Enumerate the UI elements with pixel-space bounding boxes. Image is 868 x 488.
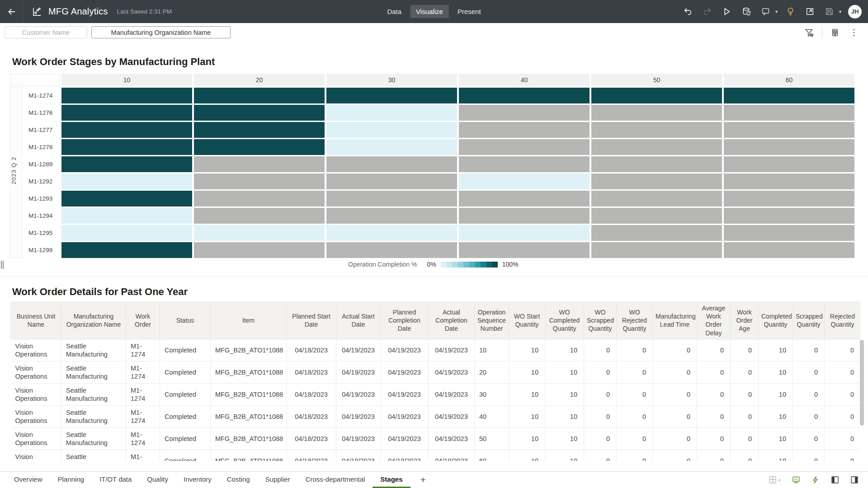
heatmap-cell[interactable] [61, 156, 192, 172]
heatmap-cell[interactable] [326, 208, 457, 224]
redo-icon[interactable] [701, 5, 714, 18]
mode-tab-visualize[interactable]: Visualize [410, 5, 449, 18]
heatmap-cell[interactable] [459, 191, 590, 206]
heatmap-cell[interactable] [61, 105, 192, 121]
column-header[interactable]: Business Unit Name [11, 302, 61, 339]
heatmap-cell[interactable] [459, 225, 590, 241]
heatmap-cell[interactable] [61, 139, 192, 155]
column-header[interactable]: WO Scrapped Quantity [584, 302, 617, 339]
heatmap-cell[interactable] [459, 88, 590, 103]
canvas-tab-overview[interactable]: Overview [6, 472, 50, 488]
heatmap-cell[interactable] [61, 242, 192, 258]
heatmap-cell[interactable] [194, 208, 325, 224]
heatmap-cell[interactable] [194, 191, 325, 206]
heatmap-cell[interactable] [194, 174, 325, 189]
column-header[interactable]: Operation Sequence Number [475, 302, 509, 339]
back-icon[interactable] [5, 5, 18, 18]
table-row[interactable]: Vision OperationsSeattle ManufacturingM1… [11, 361, 861, 383]
heatmap-cell[interactable] [591, 174, 722, 189]
add-canvas-icon[interactable]: + [420, 472, 426, 488]
heatmap-cell[interactable] [459, 208, 590, 224]
heatmap-cell[interactable] [591, 122, 722, 138]
heatmap-cell[interactable] [61, 174, 192, 189]
table-row[interactable]: Vision OperationsSeattle ManufacturingM1… [11, 339, 861, 361]
kebab-menu-icon[interactable]: ⋮ [848, 26, 860, 39]
canvas-tab-stages[interactable]: Stages [373, 472, 410, 488]
canvas-tab-cross-departmental[interactable]: Cross-departmental [298, 472, 373, 488]
heatmap-cell[interactable] [724, 139, 854, 155]
undo-icon[interactable] [682, 5, 694, 18]
heatmap-cell[interactable] [459, 156, 590, 172]
canvas-tab-inventory[interactable]: Inventory [176, 472, 219, 488]
heatmap-cell[interactable] [724, 156, 854, 172]
mode-tab-data[interactable]: Data [381, 5, 407, 18]
properties-panel-icon[interactable] [848, 474, 861, 486]
heatmap-cell[interactable] [194, 242, 325, 258]
column-header[interactable]: WO Completed Quantity [545, 302, 584, 339]
preview-icon[interactable] [721, 5, 733, 18]
column-header[interactable]: Work Order [126, 302, 160, 339]
heatmap-cell[interactable] [724, 242, 854, 258]
heatmap-cell[interactable] [194, 122, 325, 138]
heatmap-cell[interactable] [459, 242, 590, 258]
heatmap-cell[interactable] [194, 225, 325, 241]
heatmap-cell[interactable] [459, 139, 590, 155]
heatmap-cell[interactable] [326, 88, 457, 103]
heatmap-cell[interactable] [326, 225, 457, 241]
heatmap-cell[interactable] [591, 156, 722, 172]
mode-tab-present[interactable]: Present [452, 5, 487, 18]
table-row[interactable]: Vision OperationsSeattle ManufacturingM1… [11, 450, 861, 461]
heatmap-cell[interactable] [326, 242, 457, 258]
auto-insights-icon[interactable] [809, 474, 822, 486]
save-icon[interactable] [823, 5, 836, 18]
heatmap-cell[interactable] [194, 105, 325, 121]
column-header[interactable]: WO Start Quantity [509, 302, 545, 339]
column-header[interactable]: Planned Completion Date [381, 302, 429, 339]
heatmap-cell[interactable] [326, 156, 457, 172]
panel-resize-handle[interactable] [1, 261, 5, 269]
table-row[interactable]: Vision OperationsSeattle ManufacturingM1… [11, 383, 861, 405]
heatmap-cell[interactable] [724, 88, 854, 103]
heatmap-cell[interactable] [724, 225, 854, 241]
heatmap-cell[interactable] [61, 225, 192, 241]
heatmap-cell[interactable] [194, 139, 325, 155]
heatmap-cell[interactable] [61, 191, 192, 206]
table-row[interactable]: Vision OperationsSeattle ManufacturingM1… [11, 427, 861, 450]
canvas-tab-quality[interactable]: Quality [139, 472, 176, 488]
canvas-tab-costing[interactable]: Costing [219, 472, 258, 488]
heatmap-cell[interactable] [591, 191, 722, 206]
heatmap-cell[interactable] [194, 156, 325, 172]
heatmap-cell[interactable] [326, 191, 457, 206]
table-row[interactable]: Vision OperationsSeattle ManufacturingM1… [11, 405, 861, 427]
heatmap-cell[interactable] [591, 105, 722, 121]
heatmap-cell[interactable] [591, 225, 722, 241]
canvas-tab-supplier[interactable]: Supplier [258, 472, 298, 488]
column-header[interactable]: Item [211, 302, 287, 339]
heatmap-cell[interactable] [61, 122, 192, 138]
heatmap-cell[interactable] [724, 174, 854, 189]
heatmap-cell[interactable] [326, 105, 457, 121]
column-header[interactable]: Actual Completion Date [429, 302, 475, 339]
heatmap-cell[interactable] [591, 88, 722, 103]
refresh-data-icon[interactable] [740, 5, 753, 18]
heatmap-cell[interactable] [459, 174, 590, 189]
column-header[interactable]: Actual Start Date [336, 302, 381, 339]
column-header[interactable]: Average Work Order Delay [697, 302, 731, 339]
column-header[interactable]: Work Order Age [731, 302, 759, 339]
column-header[interactable]: WO Rejected Quantity [617, 302, 653, 339]
filter-chip-manufacturing-organization-name[interactable]: Manufacturing Organization Name [91, 26, 231, 38]
filter-chip-customer-name[interactable]: Customer Name [5, 26, 87, 38]
column-header[interactable]: Rejected Quantity [825, 302, 861, 339]
column-header[interactable]: Manufacturing Organization Name [61, 302, 126, 339]
heatmap-cell[interactable] [459, 122, 590, 138]
heatmap-cell[interactable] [326, 174, 457, 189]
heatmap-cell[interactable] [459, 105, 590, 121]
heatmap-cell[interactable] [61, 208, 192, 224]
comments-icon[interactable] [760, 5, 772, 18]
heatmap-cell[interactable] [326, 139, 457, 155]
canvas-tab-planning[interactable]: Planning [50, 472, 92, 488]
canvas-settings-icon[interactable] [829, 26, 841, 39]
heatmap-cell[interactable] [194, 88, 325, 103]
grammar-panel-icon[interactable] [829, 474, 841, 486]
column-header[interactable]: Status [160, 302, 211, 339]
